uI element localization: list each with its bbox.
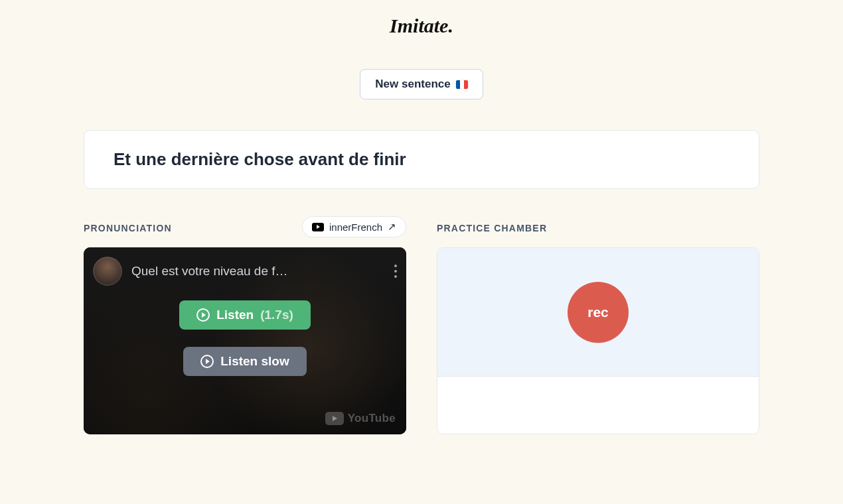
new-sentence-label: New sentence — [375, 78, 450, 91]
listen-label: Listen — [216, 308, 254, 322]
listen-duration: (1.7s) — [260, 308, 293, 322]
video-menu-icon[interactable] — [394, 265, 397, 278]
video-player[interactable]: Quel est votre niveau de f… Listen (1.7s… — [84, 247, 406, 434]
app-title: Imitate. — [390, 15, 453, 37]
youtube-icon — [325, 412, 344, 425]
external-link-icon: ↗ — [388, 221, 396, 233]
listen-slow-label: Listen slow — [220, 354, 289, 369]
french-flag-icon — [456, 80, 468, 89]
pronunciation-section-label: Pronunciation — [84, 223, 172, 233]
source-link[interactable]: innerFrench ↗ — [302, 216, 406, 237]
listen-button[interactable]: Listen (1.7s) — [179, 300, 311, 330]
practice-playback-area — [437, 377, 759, 434]
practice-chamber: rec — [437, 247, 759, 434]
video-title[interactable]: Quel est votre niveau de f… — [131, 264, 385, 279]
play-icon — [196, 308, 210, 322]
youtube-watermark-text: YouTube — [348, 412, 396, 425]
practice-record-area: rec — [437, 248, 759, 377]
source-name: innerFrench — [329, 221, 382, 233]
youtube-watermark[interactable]: YouTube — [325, 412, 396, 425]
play-icon — [200, 355, 214, 368]
listen-slow-button[interactable]: Listen slow — [183, 347, 306, 376]
practice-section-label: Practice Chamber — [437, 223, 547, 233]
new-sentence-button[interactable]: New sentence — [360, 69, 483, 99]
channel-avatar[interactable] — [93, 257, 122, 286]
record-button[interactable]: rec — [568, 282, 629, 343]
youtube-badge-icon — [312, 223, 324, 231]
sentence-card: Et une dernière chose avant de finir — [84, 130, 759, 189]
sentence-text: Et une dernière chose avant de finir — [114, 149, 729, 170]
